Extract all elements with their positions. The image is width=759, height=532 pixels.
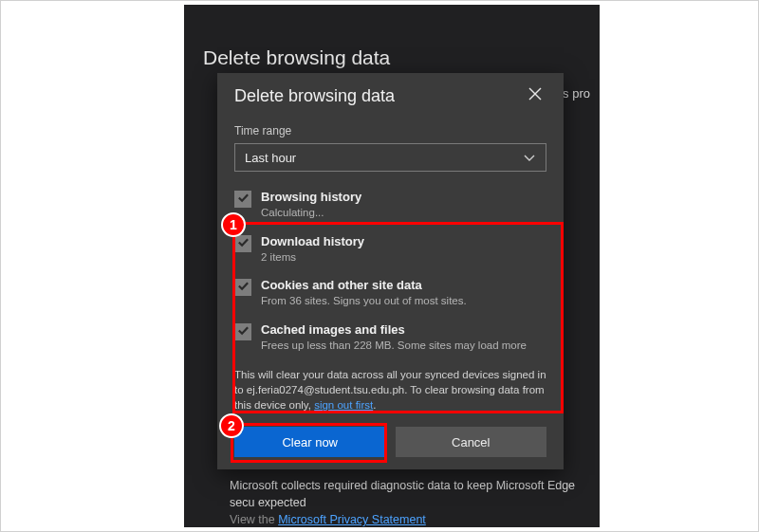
sign-out-first-link[interactable]: sign out first bbox=[314, 399, 373, 411]
option-browsing-history: Browsing history Calculating... bbox=[234, 183, 546, 228]
option-text: Download history 2 items bbox=[261, 234, 364, 266]
option-text: Cached images and files Frees up less th… bbox=[261, 322, 527, 354]
option-text: Browsing history Calculating... bbox=[261, 190, 361, 221]
time-range-label: Time range bbox=[234, 124, 546, 138]
cancel-button[interactable]: Cancel bbox=[396, 427, 547, 457]
option-title: Cookies and other site data bbox=[261, 278, 467, 292]
option-title: Browsing history bbox=[261, 190, 361, 204]
sync-warning: This will clear your data across all you… bbox=[234, 367, 546, 413]
checkbox-cookies[interactable] bbox=[234, 279, 251, 296]
close-button[interactable] bbox=[524, 84, 546, 107]
option-cookies: Cookies and other site data From 36 site… bbox=[234, 271, 546, 316]
dialog-title: Delete browsing data bbox=[234, 86, 524, 106]
option-desc: Frees up less than 228 MB. Some sites ma… bbox=[261, 339, 527, 354]
check-icon bbox=[237, 191, 250, 208]
checkbox-download-history[interactable] bbox=[234, 235, 251, 252]
checkbox-cached[interactable] bbox=[234, 323, 251, 340]
delete-browsing-data-dialog: Delete browsing data Time range Last hou… bbox=[217, 73, 564, 469]
sync-warning-suffix: . bbox=[373, 399, 376, 411]
dialog-header: Delete browsing data bbox=[234, 86, 546, 107]
diagnostic-text: Microsoft collects required diagnostic d… bbox=[230, 478, 590, 511]
option-text: Cookies and other site data From 36 site… bbox=[261, 278, 467, 309]
privacy-prefix: View the bbox=[230, 513, 278, 526]
chevron-down-icon bbox=[523, 151, 536, 164]
time-range-value: Last hour bbox=[245, 151, 296, 165]
option-download-history: Download history 2 items bbox=[234, 228, 546, 272]
data-type-list: Browsing history Calculating... Download… bbox=[234, 183, 546, 359]
option-title: Cached images and files bbox=[261, 322, 527, 337]
close-icon bbox=[528, 87, 542, 104]
option-cached: Cached images and files Frees up less th… bbox=[234, 316, 546, 360]
clear-now-button[interactable]: Clear now bbox=[234, 427, 386, 457]
time-range-select[interactable]: Last hour bbox=[234, 143, 546, 172]
check-icon bbox=[237, 235, 250, 252]
option-desc: 2 items bbox=[261, 250, 364, 266]
page-title: Delete browsing data bbox=[203, 46, 390, 69]
option-desc: From 36 sites. Signs you out of most sit… bbox=[261, 294, 467, 309]
option-title: Download history bbox=[261, 234, 364, 248]
check-icon bbox=[237, 279, 250, 296]
option-desc: Calculating... bbox=[261, 206, 361, 221]
dialog-button-row: Clear now Cancel bbox=[234, 427, 546, 457]
edge-settings-app: Delete browsing data m this pro Microsof… bbox=[184, 5, 600, 527]
screenshot-frame: Delete browsing data m this pro Microsof… bbox=[0, 0, 759, 532]
checkbox-browsing-history[interactable] bbox=[234, 191, 251, 208]
privacy-statement-link[interactable]: Microsoft Privacy Statement bbox=[278, 513, 426, 526]
sync-warning-prefix: This will clear your data across all you… bbox=[234, 369, 546, 411]
privacy-statement-line: View the Microsoft Privacy Statement bbox=[230, 513, 426, 526]
check-icon bbox=[237, 323, 250, 340]
